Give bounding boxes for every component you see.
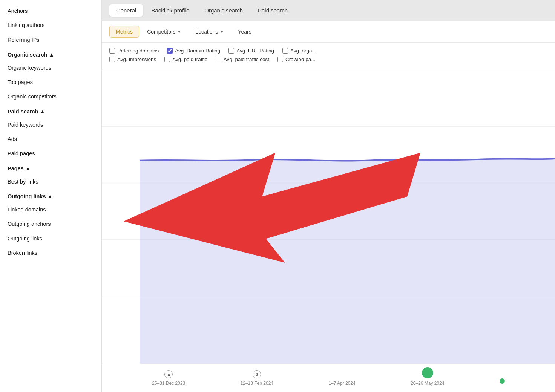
- sidebar-item-paid-keywords[interactable]: Paid keywords: [0, 118, 101, 132]
- sidebar-item-outgoing-anchors[interactable]: Outgoing anchors: [0, 217, 101, 231]
- sidebar-item-linking-authors[interactable]: Linking authors: [0, 18, 101, 32]
- checkbox-referring-domains-input[interactable]: [109, 48, 115, 54]
- checkbox-crawled-pa-input[interactable]: [278, 57, 283, 62]
- checkbox-avg-paid-traffic-cost[interactable]: Avg. paid traffic cost: [216, 57, 269, 62]
- sidebar-item-anchors[interactable]: Anchors: [0, 4, 101, 18]
- sidebar-section-organic-search[interactable]: Organic search ▲: [0, 47, 101, 61]
- x-label-extra: [500, 378, 505, 386]
- marker-green: [422, 367, 433, 378]
- sidebar-item-ads[interactable]: Ads: [0, 132, 101, 146]
- checkbox-avg-url-rating[interactable]: Avg. URL Rating: [228, 48, 274, 54]
- marker-3: 3: [253, 370, 261, 378]
- x-date-may: 20–26 May 2024: [411, 381, 444, 386]
- x-date-feb: 12–18 Feb 2024: [241, 381, 273, 386]
- sub-tabs-bar: Metrics Competitors ▼ Locations ▼ Years: [102, 21, 555, 43]
- x-label-feb: 3 12–18 Feb 2024: [241, 370, 273, 386]
- checkboxes-row-1: Referring domains Avg. Domain Rating Avg…: [109, 48, 547, 54]
- x-date-apr: 1–7 Apr 2024: [328, 381, 355, 386]
- x-label-apr: 1–7 Apr 2024: [328, 370, 355, 386]
- sidebar-section-paid-search[interactable]: Paid search ▲: [0, 104, 101, 118]
- sidebar-section-pages[interactable]: Pages ▲: [0, 161, 101, 175]
- checkbox-avg-impressions-input[interactable]: [109, 57, 115, 62]
- main-content: General Backlink profile Organic search …: [102, 0, 555, 392]
- checkbox-avg-domain-rating[interactable]: Avg. Domain Rating: [167, 48, 220, 54]
- checkbox-crawled-pa[interactable]: Crawled pa...: [278, 57, 316, 62]
- x-axis: a 25–31 Dec 2023 3 12–18 Feb 2024 1–7 Ap…: [102, 364, 555, 392]
- checkbox-avg-url-rating-input[interactable]: [228, 48, 234, 54]
- checkbox-avg-orga[interactable]: Avg. orga...: [282, 48, 316, 54]
- checkbox-avg-paid-traffic-input[interactable]: [164, 57, 170, 62]
- sidebar-item-broken-links[interactable]: Broken links: [0, 246, 101, 260]
- sidebar-section-outgoing-links[interactable]: Outgoing links ▲: [0, 189, 101, 202]
- sidebar-item-referring-ips[interactable]: Referring IPs: [0, 33, 101, 47]
- sub-tab-locations[interactable]: Locations ▼: [189, 26, 230, 38]
- sidebar-item-paid-pages[interactable]: Paid pages: [0, 146, 101, 161]
- marker-green-small: [500, 378, 505, 384]
- tab-paid-search[interactable]: Paid search: [251, 4, 294, 17]
- marker-a: a: [164, 370, 173, 378]
- sub-tab-competitors[interactable]: Competitors ▼: [141, 26, 187, 38]
- sidebar-item-top-pages[interactable]: Top pages: [0, 75, 101, 89]
- checkbox-avg-domain-rating-input[interactable]: [167, 48, 173, 54]
- sidebar-item-outgoing-links[interactable]: Outgoing links: [0, 231, 101, 246]
- tab-general[interactable]: General: [109, 4, 143, 17]
- checkboxes-row-2: Avg. Impressions Avg. paid traffic Avg. …: [109, 57, 547, 62]
- sidebar-item-linked-domains[interactable]: Linked domains: [0, 202, 101, 217]
- tab-organic-search[interactable]: Organic search: [198, 4, 250, 17]
- checkbox-avg-impressions[interactable]: Avg. Impressions: [109, 57, 156, 62]
- top-tabs-bar: General Backlink profile Organic search …: [102, 0, 555, 21]
- sidebar-item-organic-keywords[interactable]: Organic keywords: [0, 61, 101, 75]
- sidebar-item-best-by-links[interactable]: Best by links: [0, 175, 101, 189]
- x-date-dec: 25–31 Dec 2023: [152, 381, 185, 386]
- chart-area: [102, 70, 555, 364]
- checkboxes-area: Referring domains Avg. Domain Rating Avg…: [102, 43, 555, 70]
- tab-backlink-profile[interactable]: Backlink profile: [144, 4, 196, 17]
- checkbox-avg-orga-input[interactable]: [282, 48, 288, 54]
- sidebar-item-organic-competitors[interactable]: Organic competitors: [0, 89, 101, 104]
- checkbox-avg-paid-traffic[interactable]: Avg. paid traffic: [164, 57, 207, 62]
- x-label-may: 20–26 May 2024: [411, 367, 444, 386]
- x-label-dec: a 25–31 Dec 2023: [152, 370, 185, 386]
- sidebar: Anchors Linking authors Referring IPs Or…: [0, 0, 102, 392]
- sub-tab-years[interactable]: Years: [232, 26, 258, 38]
- sub-tab-metrics[interactable]: Metrics: [109, 26, 139, 38]
- chevron-down-icon: ▼: [220, 30, 224, 34]
- checkbox-avg-paid-traffic-cost-input[interactable]: [216, 57, 221, 62]
- chevron-down-icon: ▼: [178, 30, 181, 34]
- checkbox-referring-domains[interactable]: Referring domains: [109, 48, 159, 54]
